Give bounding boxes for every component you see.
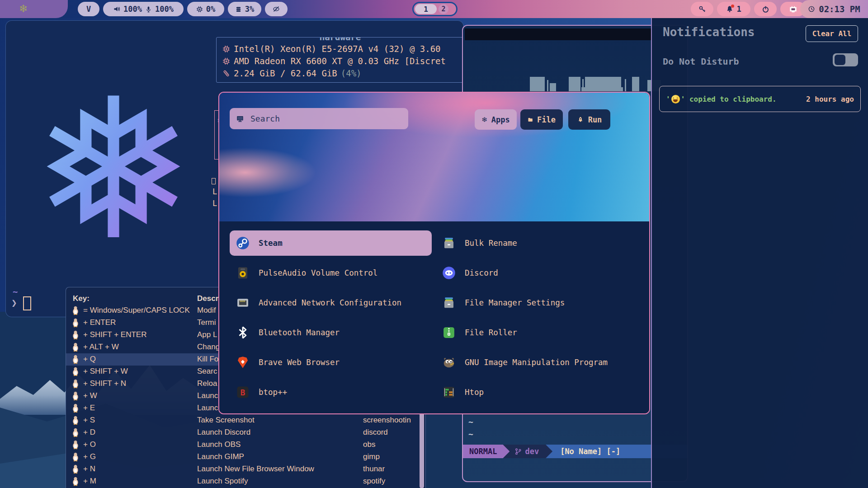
rocket-icon <box>577 116 584 123</box>
notification-message: '' copied to clipboard. <box>666 95 777 103</box>
text-fragment: L <box>212 187 217 196</box>
hardware-gpu-line: AMD Radeon RX 6600 XT @ 0.03 GHz [Discre… <box>222 56 446 66</box>
vim-tilde: ~ <box>468 417 473 427</box>
clear-all-button[interactable]: Clear All <box>806 25 858 42</box>
tux-icon <box>72 391 79 401</box>
notification-card[interactable]: '' copied to clipboard. 2 hours ago <box>659 86 861 112</box>
fastfetch-hardware-panel: Hardware Intel(R) Xeon(R) E5-2697A v4 (3… <box>216 37 464 83</box>
workspace-switcher[interactable]: 1 2 <box>412 2 458 16</box>
dnd-toggle[interactable] <box>833 53 858 66</box>
laughing-emoji-icon <box>671 95 680 103</box>
desktop: ❅ Hardware Intel(R) Xeon(R) E5-2697A v4 … <box>0 0 868 488</box>
skyline-block <box>632 77 639 91</box>
bar-cpu-widget[interactable]: 0% <box>187 2 224 16</box>
clock-icon <box>808 5 815 13</box>
app-item-htop[interactable]: Htop <box>436 380 635 405</box>
file-drawer-icon <box>442 296 456 310</box>
toggle-knob <box>835 55 845 65</box>
tux-icon <box>72 379 79 389</box>
app-launcher-window[interactable]: ❄ Apps File Run Steam PulseAudio Volume … <box>218 92 650 414</box>
bar-audio-widget[interactable]: 100% 100% <box>103 2 184 16</box>
mode-button-file[interactable]: File <box>520 109 563 130</box>
folder-icon <box>528 116 533 123</box>
vim-tilde: ~ <box>468 429 473 439</box>
app-item-discord[interactable]: Discord <box>436 260 635 286</box>
bar-idle-inhibit-button[interactable] <box>265 2 288 16</box>
tux-icon <box>72 330 79 340</box>
bluetooth-icon <box>236 326 250 339</box>
window-icon <box>212 178 216 184</box>
keybind-row[interactable]: + STake Screenshotscreenshootin <box>66 414 419 427</box>
bell-icon-wrap <box>726 5 733 13</box>
search-field[interactable] <box>230 108 408 129</box>
keybind-row[interactable]: + GLaunch GIMPgimp <box>66 451 419 463</box>
bar-disk-widget[interactable]: 3% <box>228 2 261 16</box>
search-input[interactable] <box>250 113 402 124</box>
text-fragment: L <box>212 199 217 208</box>
file-drawer-icon <box>442 236 456 250</box>
cpu-chip-icon <box>196 6 203 13</box>
ethernet-port-icon <box>236 296 250 310</box>
bar-notifications-button[interactable]: 1 <box>717 2 750 16</box>
git-branch-icon <box>514 448 522 455</box>
eye-slash-icon <box>273 5 280 13</box>
bar-clock[interactable]: 02:13 PM <box>800 0 868 18</box>
nixos-icon: ❄ <box>19 3 28 14</box>
hardware-memory-line: 2.24 GiB / 62.64 GiB (4%) <box>222 68 362 78</box>
key-icon <box>698 5 706 13</box>
microphone-icon <box>145 6 152 13</box>
htop-icon <box>442 385 456 399</box>
app-item-brave[interactable]: Brave Web Browser <box>230 350 432 375</box>
notification-dot <box>731 5 734 8</box>
tux-icon <box>72 428 79 437</box>
dnd-label: Do Not Disturb <box>663 56 739 67</box>
app-item-gimp[interactable]: GNU Image Manipulation Program <box>436 350 635 375</box>
skyline-base <box>581 87 623 91</box>
steam-icon <box>236 236 250 250</box>
keybinds-header-desc: Descri <box>197 294 221 303</box>
workspace-1-active[interactable]: 1 <box>415 4 437 14</box>
app-item-file-roller[interactable]: File Roller <box>436 320 635 345</box>
app-item-bluetooth[interactable]: Bluetooth Manager <box>230 320 432 345</box>
bar-nix-corner[interactable]: ❄ <box>0 0 68 18</box>
snowflake-icon: ❄ <box>481 116 487 124</box>
app-item-steam[interactable]: Steam <box>230 230 432 256</box>
tux-icon <box>72 343 79 352</box>
bar-v-button[interactable]: V <box>78 2 99 16</box>
shell-prompt-chevron: ❯ <box>11 297 17 308</box>
skyline-antenna <box>547 80 548 91</box>
app-item-bulk-rename[interactable]: Bulk Rename <box>436 230 635 256</box>
nixos-logo: ❅ <box>28 73 199 267</box>
app-item-btop[interactable]: btop++ <box>230 380 432 405</box>
app-item-file-manager-settings[interactable]: File Manager Settings <box>436 290 635 315</box>
notifications-panel: Notifications Clear All Do Not Disturb '… <box>651 17 868 488</box>
tux-icon <box>72 367 79 376</box>
workspace-2[interactable]: 2 <box>439 4 448 14</box>
speaker-icon <box>113 5 120 13</box>
app-item-pulseaudio[interactable]: PulseAudio Volume Control <box>230 260 432 286</box>
notifications-title: Notifications <box>663 25 755 39</box>
bar-power-button[interactable] <box>754 2 777 16</box>
hardware-panel-title: Hardware <box>316 37 365 42</box>
skyline-block <box>550 83 556 91</box>
app-item-network[interactable]: Advanced Network Configuration <box>230 290 432 315</box>
tux-icon <box>72 306 79 315</box>
terminal-cursor[interactable] <box>23 296 31 310</box>
mode-button-apps[interactable]: ❄ Apps <box>475 109 517 130</box>
terminal-black-row <box>465 28 677 40</box>
keybind-row[interactable]: + NLaunch New File Browser Windowthunar <box>66 463 419 475</box>
keybind-row[interactable]: + OLaunch OBSobs <box>66 439 419 451</box>
power-icon <box>762 5 769 13</box>
shell-home-tilde: ~ <box>13 286 18 296</box>
mode-button-run[interactable]: Run <box>568 109 610 130</box>
ethernet-icon <box>789 5 797 14</box>
archive-zipper-icon <box>442 326 456 339</box>
skyline-block <box>530 77 545 91</box>
bar-keyring-button[interactable] <box>691 2 713 16</box>
keybind-row[interactable]: + MLaunch Spotifyspotify <box>66 475 419 488</box>
notification-time: 2 hours ago <box>806 95 854 103</box>
keybind-row[interactable]: + DLaunch Discorddiscord <box>66 427 419 439</box>
tux-icon <box>72 318 79 328</box>
pulseaudio-icon <box>236 266 250 280</box>
btop-icon <box>236 385 250 399</box>
